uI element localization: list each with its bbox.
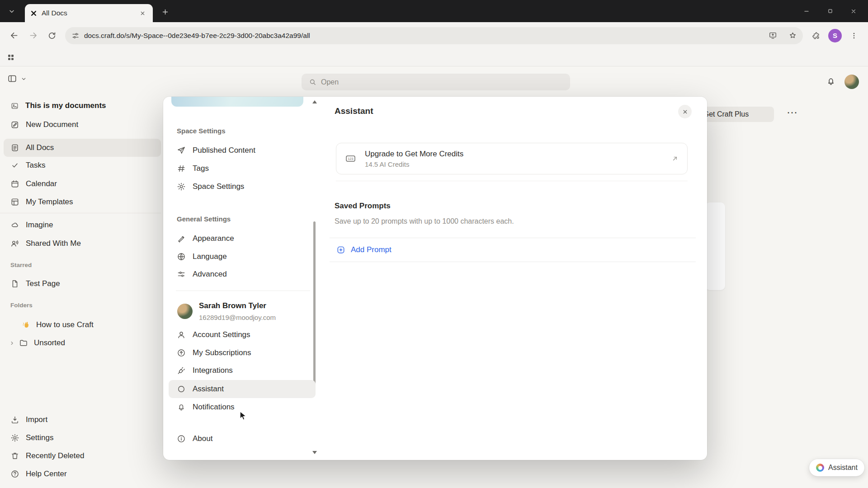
modal-item-integrations[interactable]: Integrations <box>169 361 316 380</box>
sidebar-item-help-center[interactable]: Help Center <box>0 465 161 483</box>
space-header[interactable]: This is my documents <box>0 97 161 115</box>
craft-app: Open This is my documents New Document A… <box>0 66 868 488</box>
browser-tab[interactable]: All Docs <box>25 4 153 22</box>
sidebar-folder-unsorted[interactable]: Unsorted <box>0 334 161 352</box>
calendar-icon <box>10 179 19 188</box>
shared-people-icon <box>10 239 19 248</box>
modal-item-assistant[interactable]: Assistant <box>169 380 316 398</box>
sidebar-item-all-docs[interactable]: All Docs <box>4 139 161 157</box>
back-button[interactable] <box>5 26 24 45</box>
modal-item-label: Tags <box>193 164 209 173</box>
tab-close-icon[interactable] <box>137 8 147 18</box>
plug-icon <box>177 366 186 375</box>
modal-item-language[interactable]: Language <box>169 248 316 266</box>
quick-open-search[interactable]: Open <box>302 74 570 90</box>
modal-item-label: Published Content <box>193 146 255 155</box>
sidebar-item-label: All Docs <box>26 143 54 152</box>
space-settings-section-label: Space Settings <box>177 127 226 135</box>
gear-icon <box>177 182 186 191</box>
plus-square-icon <box>336 245 345 254</box>
apps-grid-icon[interactable] <box>7 53 15 61</box>
refresh-button[interactable] <box>42 26 61 45</box>
space-header-label: This is my documents <box>25 101 106 110</box>
space-card-partial[interactable] <box>171 97 303 107</box>
modal-item-appearance[interactable]: Appearance <box>169 230 316 248</box>
tab-title: All Docs <box>42 9 133 17</box>
sidebar-item-shared-with-me[interactable]: Shared With Me <box>0 235 161 253</box>
starred-section-label: Starred <box>10 262 32 268</box>
browser-menu-icon[interactable] <box>844 26 863 45</box>
sidebar-item-import[interactable]: Import <box>0 411 161 429</box>
more-options-button[interactable]: ⋯ <box>787 106 798 119</box>
sidebar-item-calendar[interactable]: Calendar <box>0 175 161 193</box>
gear-icon <box>10 433 19 442</box>
help-icon <box>10 469 19 479</box>
sidebar-toggle[interactable] <box>7 74 27 84</box>
assistant-floating-button[interactable]: Assistant <box>809 459 864 476</box>
scrollbar-down-arrow[interactable] <box>312 451 317 454</box>
chevron-right-icon[interactable] <box>9 340 15 346</box>
sidebar-folder-how-to-use-craft[interactable]: How to use Craft <box>0 316 161 334</box>
modal-item-space-settings[interactable]: Space Settings <box>169 178 316 196</box>
notifications-bell-icon[interactable] <box>826 76 836 86</box>
tab-search-button[interactable] <box>5 5 18 18</box>
sidebar-item-label: Unsorted <box>34 338 65 347</box>
new-tab-button[interactable] <box>159 6 171 18</box>
modal-title: Assistant <box>335 106 373 116</box>
maximize-button[interactable] <box>818 0 842 22</box>
sidebar-item-label: Help Center <box>26 469 67 479</box>
upgrade-card-text: Upgrade to Get More Credits 14.5 AI Cred… <box>365 150 663 168</box>
paper-plane-icon <box>177 146 186 155</box>
space-icon <box>10 102 19 110</box>
sidebar-item-recently-deleted[interactable]: Recently Deleted <box>0 447 161 465</box>
bookmark-star-icon[interactable] <box>785 28 800 43</box>
sidebar-item-tasks[interactable]: Tasks <box>0 156 161 174</box>
scrollbar-up-arrow[interactable] <box>312 100 317 103</box>
sidebar-item-label: Imagine <box>26 221 53 230</box>
modal-item-label: Space Settings <box>193 182 244 191</box>
tab-strip: All Docs <box>0 0 868 22</box>
modal-item-account-settings[interactable]: Account Settings <box>169 326 316 344</box>
craft-logo-icon <box>30 10 37 17</box>
sidebar-item-new-document[interactable]: New Document <box>0 116 161 134</box>
globe-icon <box>177 252 186 261</box>
modal-item-about[interactable]: About <box>169 430 316 448</box>
sidebar-item-label: New Document <box>26 120 78 129</box>
modal-item-advanced[interactable]: Advanced <box>169 265 316 283</box>
browser-toolbar: docs.craft.do/s/My-Space--0de23e49-b7ee-… <box>0 22 868 49</box>
modal-item-label: Integrations <box>193 366 233 375</box>
user-avatar[interactable] <box>844 75 859 89</box>
browser-profile-avatar[interactable]: S <box>828 29 842 42</box>
site-settings-icon[interactable] <box>71 32 80 40</box>
templates-icon <box>10 197 19 206</box>
trash-icon <box>10 451 19 460</box>
open-external-icon <box>671 155 679 163</box>
saved-prompts-description: Save up to 20 prompts with up to 1000 ch… <box>335 217 514 225</box>
profile-initial: S <box>833 32 837 39</box>
add-prompt-button[interactable]: Add Prompt <box>330 238 696 262</box>
circle-up-icon <box>177 348 186 357</box>
sidebar-item-settings[interactable]: Settings <box>0 429 161 447</box>
modal-close-button[interactable] <box>678 105 692 118</box>
extensions-icon[interactable] <box>807 26 826 45</box>
imagine-cloud-icon <box>10 221 19 230</box>
modal-item-tags[interactable]: Tags <box>169 160 316 178</box>
bookmarks-bar <box>0 49 868 66</box>
section-divider <box>336 181 688 181</box>
ring-icon <box>177 385 186 394</box>
minimize-button[interactable] <box>795 0 818 22</box>
tasks-icon <box>10 161 19 170</box>
address-bar[interactable]: docs.craft.do/s/My-Space--0de23e49-b7ee-… <box>65 27 803 44</box>
modal-item-my-subscriptions[interactable]: My Subscriptions <box>169 344 316 362</box>
close-window-button[interactable] <box>842 0 865 22</box>
modal-item-published-content[interactable]: Published Content <box>169 141 316 160</box>
info-icon <box>177 434 186 443</box>
settings-modal: Space Settings Published Content Tags Sp… <box>163 97 707 460</box>
modal-item-label: Language <box>193 252 227 261</box>
sidebar-item-test-page[interactable]: Test Page <box>0 275 161 293</box>
sidebar-item-my-templates[interactable]: My Templates <box>0 193 161 211</box>
upgrade-credits-card[interactable]: 123 Upgrade to Get More Credits 14.5 AI … <box>336 143 688 174</box>
install-app-icon[interactable] <box>765 28 780 43</box>
sidebar-item-imagine[interactable]: Imagine <box>0 216 161 234</box>
forward-button[interactable] <box>24 26 42 45</box>
